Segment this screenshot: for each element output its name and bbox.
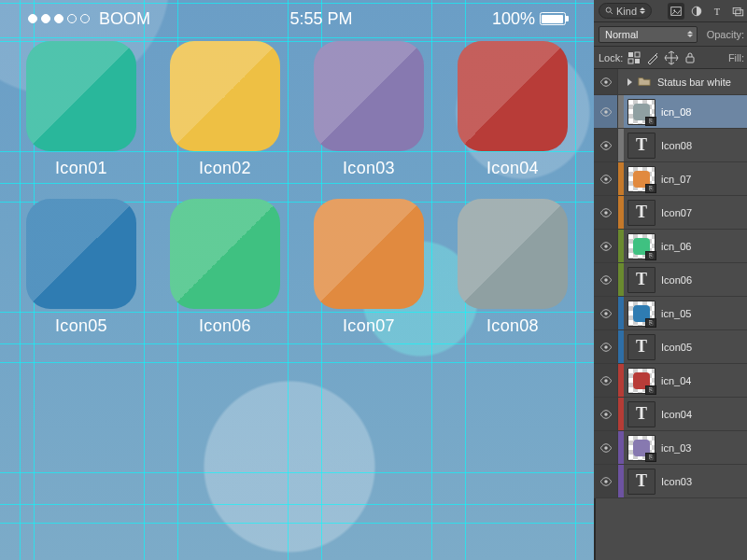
layer-thumbnail[interactable]: ⎘ xyxy=(627,99,655,125)
app-icon-label: Icon05 xyxy=(55,316,107,336)
design-canvas[interactable]: BOOM 5:55 PM 100% Icon01Icon02Icon03Icon… xyxy=(0,0,594,560)
layer-row[interactable]: ⎘icn_06 xyxy=(594,230,747,263)
app-icon[interactable]: Icon03 xyxy=(313,41,425,178)
layer-thumbnail[interactable]: T xyxy=(627,469,655,495)
app-icon[interactable]: Icon02 xyxy=(169,41,281,178)
layer-name[interactable]: icn_07 xyxy=(661,174,691,185)
smart-object-badge-icon: ⎘ xyxy=(645,318,656,328)
layer-thumbnail[interactable]: ⎘ xyxy=(627,368,655,394)
filter-pixel-icon[interactable] xyxy=(668,3,684,20)
layer-name[interactable]: Icon05 xyxy=(661,342,692,353)
layer-name[interactable]: Icon06 xyxy=(661,274,692,286)
svg-point-18 xyxy=(604,245,608,248)
layer-name[interactable]: Icon04 xyxy=(661,409,692,420)
lock-all-icon[interactable] xyxy=(683,50,698,65)
blend-row: Normal Opacity: xyxy=(594,22,747,47)
visibility-toggle[interactable] xyxy=(594,230,618,262)
app-icon-label: Icon01 xyxy=(55,159,107,178)
layer-name[interactable]: icn_05 xyxy=(661,308,691,319)
app-icon[interactable]: Icon01 xyxy=(25,41,137,178)
layer-row[interactable]: TIcon07 xyxy=(594,196,747,230)
filter-text-icon[interactable]: T xyxy=(709,3,726,20)
svg-rect-8 xyxy=(628,52,633,57)
visibility-toggle[interactable] xyxy=(594,129,618,161)
visibility-toggle[interactable] xyxy=(594,330,618,363)
layer-color-swatch xyxy=(618,263,624,296)
clock-label: 5:55 PM xyxy=(289,9,352,29)
layer-row[interactable]: ⎘icn_07 xyxy=(594,162,747,196)
visibility-toggle[interactable] xyxy=(594,465,618,497)
layer-row[interactable]: ⎘icn_05 xyxy=(594,297,747,330)
visibility-toggle[interactable] xyxy=(594,69,618,94)
visibility-toggle[interactable] xyxy=(594,364,618,397)
home-icon-grid: Icon01Icon02Icon03Icon04Icon05Icon06Icon… xyxy=(0,41,594,336)
svg-point-20 xyxy=(604,312,608,315)
visibility-toggle[interactable] xyxy=(594,263,618,296)
app-icon[interactable]: Icon05 xyxy=(25,199,137,336)
layer-name[interactable]: Icon08 xyxy=(661,140,692,151)
battery-indicator: 100% xyxy=(492,9,566,29)
battery-pct: 100% xyxy=(492,9,535,29)
layer-name[interactable]: Icon07 xyxy=(661,207,692,218)
layer-thumbnail[interactable]: T xyxy=(627,334,655,360)
lock-transparent-icon[interactable] xyxy=(627,50,641,65)
layer-name[interactable]: icn_04 xyxy=(661,375,691,386)
kind-filter[interactable]: Kind xyxy=(599,3,652,19)
layer-row[interactable]: TIcon04 xyxy=(594,398,747,431)
battery-icon xyxy=(540,12,566,25)
app-icon[interactable]: Icon08 xyxy=(457,199,569,336)
layer-row[interactable]: TIcon06 xyxy=(594,263,747,297)
svg-point-24 xyxy=(604,446,608,450)
folder-icon xyxy=(637,75,652,90)
layer-list[interactable]: Status bar white⎘icn_08TIcon08⎘icn_07TIc… xyxy=(594,69,747,560)
layer-name[interactable]: icn_06 xyxy=(661,241,691,252)
visibility-toggle[interactable] xyxy=(594,95,618,128)
app-icon[interactable]: Icon07 xyxy=(313,199,425,336)
search-icon xyxy=(605,7,613,15)
carrier-label: BOOM xyxy=(99,9,150,29)
visibility-toggle[interactable] xyxy=(594,162,618,195)
lock-position-icon[interactable] xyxy=(664,50,679,65)
layer-row[interactable]: ⎘icn_03 xyxy=(594,431,747,465)
smart-object-badge-icon: ⎘ xyxy=(645,453,656,462)
app-icon-label: Icon06 xyxy=(199,316,251,336)
layer-name[interactable]: Status bar white xyxy=(657,77,731,88)
layer-color-swatch xyxy=(618,431,624,464)
layer-row[interactable]: TIcon03 xyxy=(594,465,747,498)
layer-row[interactable]: ⎘icn_04 xyxy=(594,364,747,398)
visibility-toggle[interactable] xyxy=(594,398,618,430)
layer-thumbnail[interactable]: T xyxy=(627,267,655,293)
layer-group-row[interactable]: Status bar white xyxy=(594,69,747,95)
svg-point-23 xyxy=(604,413,608,416)
visibility-toggle[interactable] xyxy=(594,297,618,329)
blend-mode-dropdown[interactable]: Normal xyxy=(599,26,698,43)
layer-thumbnail[interactable]: T xyxy=(627,200,655,226)
svg-point-25 xyxy=(604,480,608,483)
layer-name[interactable]: Icon03 xyxy=(661,476,692,487)
app-icon-tile xyxy=(170,199,280,309)
layer-thumbnail[interactable]: ⎘ xyxy=(627,233,655,259)
layer-thumbnail[interactable]: T xyxy=(627,401,655,427)
app-icon[interactable]: Icon04 xyxy=(457,41,569,178)
disclosure-triangle-icon[interactable] xyxy=(627,78,632,86)
lock-paint-icon[interactable] xyxy=(645,50,660,65)
app-icon-label: Icon04 xyxy=(486,159,539,178)
layer-thumbnail[interactable]: ⎘ xyxy=(627,301,655,327)
filter-shape-icon[interactable] xyxy=(729,3,746,20)
layer-thumbnail[interactable]: ⎘ xyxy=(627,435,655,461)
layer-row[interactable]: ⎘icn_08 xyxy=(594,95,747,129)
filter-adjust-icon[interactable] xyxy=(688,3,705,20)
layer-name[interactable]: icn_08 xyxy=(661,106,691,118)
visibility-toggle[interactable] xyxy=(594,431,618,464)
layer-row[interactable]: TIcon05 xyxy=(594,330,747,364)
visibility-toggle[interactable] xyxy=(594,196,618,229)
lock-row: Lock: Fill: xyxy=(594,47,747,69)
layer-row[interactable]: TIcon08 xyxy=(594,129,747,162)
layer-thumbnail[interactable]: T xyxy=(627,133,655,159)
layer-name[interactable]: icn_03 xyxy=(661,442,691,454)
app-icon-tile xyxy=(314,199,424,309)
svg-point-13 xyxy=(604,80,608,84)
app-icon[interactable]: Icon06 xyxy=(169,199,281,336)
layer-thumbnail[interactable]: ⎘ xyxy=(627,166,655,192)
svg-rect-9 xyxy=(635,59,640,63)
